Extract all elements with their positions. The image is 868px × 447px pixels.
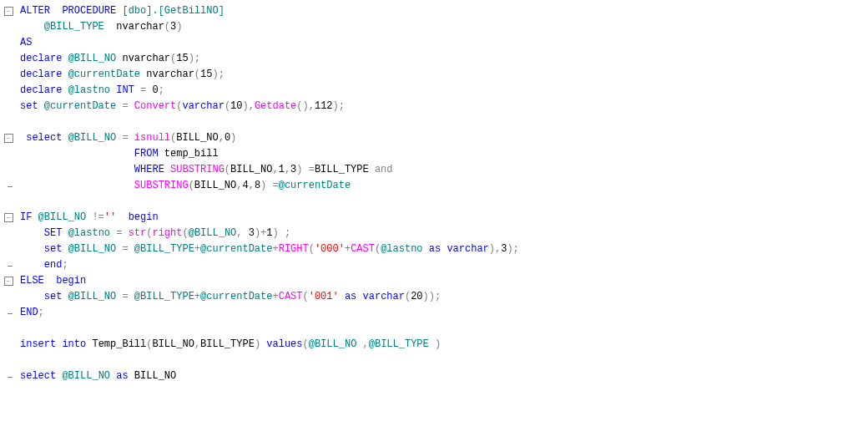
code-line: @BILL_TYPE nvarchar(3) xyxy=(0,19,868,35)
code-line: set @BILL_NO = @BILL_TYPE+@currentDate+R… xyxy=(0,241,868,257)
fold-toggle-icon[interactable]: − xyxy=(0,7,17,16)
code-text: END; xyxy=(17,305,44,321)
blank-line xyxy=(0,321,868,337)
code-text: set @currentDate = Convert(varchar(10),G… xyxy=(17,99,345,114)
code-line: declare @lastno INT = 0; xyxy=(0,83,868,99)
code-line: set @BILL_NO = @BILL_TYPE+@currentDate+C… xyxy=(0,289,868,305)
code-line: − IF @BILL_NO !='' begin xyxy=(0,210,868,226)
fold-toggle-icon[interactable]: − xyxy=(0,277,17,286)
code-line: set @currentDate = Convert(varchar(10),G… xyxy=(0,99,868,114)
code-line: select @BILL_NO as BILL_NO xyxy=(0,368,868,384)
code-text: WHERE SUBSTRING(BILL_NO,1,3) =BILL_TYPE … xyxy=(17,162,393,178)
code-text: set @BILL_NO = @BILL_TYPE+@currentDate+R… xyxy=(17,241,519,257)
code-line: SUBSTRING(BILL_NO,4,8) =@currentDate xyxy=(0,178,868,194)
code-line: declare @currentDate nvarchar(15); xyxy=(0,67,868,83)
code-line: SET @lastno = str(right(@BILL_NO, 3)+1) … xyxy=(0,226,868,241)
code-text: declare @currentDate nvarchar(15); xyxy=(17,67,225,83)
code-text: declare @lastno INT = 0; xyxy=(17,83,164,99)
code-text: IF @BILL_NO !='' begin xyxy=(17,210,159,226)
code-text: select @BILL_NO as BILL_NO xyxy=(17,368,176,384)
code-line: END; xyxy=(0,305,868,321)
code-line: − ALTER PROCEDURE [dbo].[GetBillNO] xyxy=(0,3,868,19)
code-text: @BILL_TYPE nvarchar(3) xyxy=(17,19,182,35)
fold-toggle-icon[interactable]: − xyxy=(0,213,17,222)
code-text: set @BILL_NO = @BILL_TYPE+@currentDate+C… xyxy=(17,289,441,305)
code-text: SUBSTRING(BILL_NO,4,8) =@currentDate xyxy=(17,178,351,194)
code-line: FROM temp_bill xyxy=(0,146,868,162)
blank-line xyxy=(0,114,868,130)
fold-toggle-icon[interactable]: − xyxy=(0,134,17,143)
blank-line xyxy=(0,194,868,210)
code-line: insert into Temp_Bill(BILL_NO,BILL_TYPE)… xyxy=(0,337,868,353)
code-text: end; xyxy=(17,257,68,273)
code-text: AS xyxy=(17,35,32,51)
code-text: declare @BILL_NO nvarchar(15); xyxy=(17,51,200,67)
code-editor: − ALTER PROCEDURE [dbo].[GetBillNO] @BIL… xyxy=(0,0,868,384)
code-line: end; xyxy=(0,257,868,273)
code-text: SET @lastno = str(right(@BILL_NO, 3)+1) … xyxy=(17,226,290,241)
code-text: ELSE begin xyxy=(17,273,86,289)
code-text: insert into Temp_Bill(BILL_NO,BILL_TYPE)… xyxy=(17,337,441,353)
code-text: ALTER PROCEDURE [dbo].[GetBillNO] xyxy=(17,3,225,19)
code-line: − ELSE begin xyxy=(0,273,868,289)
code-text: select @BILL_NO = isnull(BILL_NO,0) xyxy=(17,130,236,146)
code-line: WHERE SUBSTRING(BILL_NO,1,3) =BILL_TYPE … xyxy=(0,162,868,178)
blank-line xyxy=(0,353,868,368)
code-text: FROM temp_bill xyxy=(17,146,219,162)
code-line: AS xyxy=(0,35,868,51)
code-line: declare @BILL_NO nvarchar(15); xyxy=(0,51,868,67)
code-line: − select @BILL_NO = isnull(BILL_NO,0) xyxy=(0,130,868,146)
